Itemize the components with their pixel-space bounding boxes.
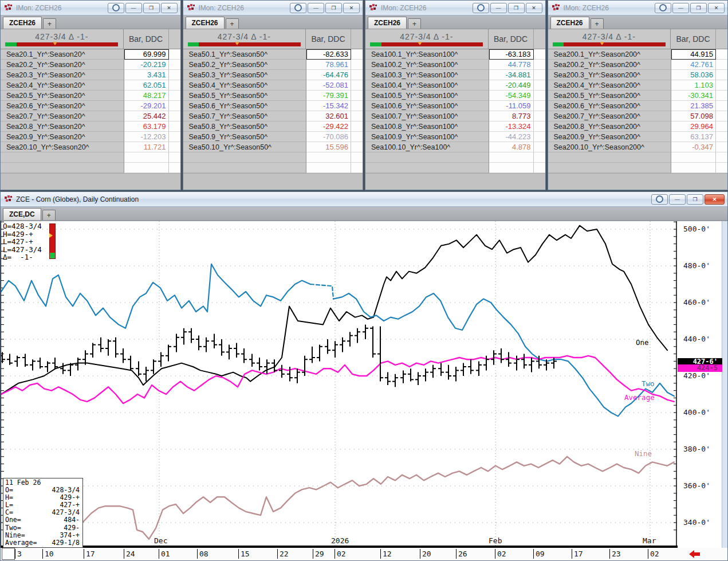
minimize-button[interactable]: — — [490, 3, 507, 13]
restore-button[interactable]: ❐ — [325, 3, 342, 13]
minimize-button[interactable]: — — [125, 3, 142, 13]
restore-button[interactable]: ❐ — [690, 3, 707, 13]
row-value[interactable]: -29.201 — [124, 101, 169, 111]
row-value[interactable]: 78.961 — [306, 60, 351, 70]
row-label: Sea200.4_Yr^:Season200^ — [548, 80, 672, 91]
add-tab-button[interactable]: + — [408, 18, 421, 29]
row-value[interactable]: -52.081 — [306, 80, 351, 91]
pin-button[interactable] — [655, 3, 671, 13]
row-value[interactable]: 11.721 — [124, 142, 169, 152]
row-value[interactable]: -34.881 — [489, 70, 534, 80]
tab-zceh26[interactable]: ZCEH26 — [3, 17, 42, 29]
pin-button[interactable] — [290, 3, 306, 13]
row-value[interactable]: -70.086 — [306, 132, 351, 142]
row-value[interactable]: 58.036 — [671, 70, 716, 80]
tab-zceh26[interactable]: ZCEH26 — [550, 17, 589, 29]
row-value[interactable]: 63.137 — [671, 132, 716, 142]
minimize-button[interactable]: — — [669, 194, 686, 205]
row-value[interactable]: 44.778 — [489, 60, 534, 70]
row-value[interactable]: 21.385 — [671, 101, 716, 111]
table-row: Sea100.7_Yr^:Season100^8.773 — [365, 111, 545, 121]
date-tick: 17 — [84, 549, 95, 559]
close-button[interactable]: ✕ — [343, 3, 360, 13]
panel-titlebar[interactable]: IMon: ZCEH26—❐✕ — [365, 1, 545, 15]
tab-zceh26[interactable]: ZCEH26 — [186, 17, 225, 29]
row-value[interactable]: 15.596 — [306, 142, 351, 152]
row-pad — [716, 163, 727, 173]
pin-button[interactable] — [108, 3, 124, 13]
close-button[interactable]: ✕ — [526, 3, 542, 13]
add-tab-button[interactable]: + — [42, 210, 56, 220]
row-value[interactable]: -12.203 — [124, 132, 169, 142]
pin-button[interactable] — [473, 3, 489, 13]
row-value[interactable]: -15.342 — [306, 101, 351, 111]
column-header-bar-ddc[interactable]: Bar, DDC — [124, 29, 169, 49]
column-header-bar-ddc[interactable]: Bar, DDC — [671, 29, 716, 49]
row-value[interactable]: 8.773 — [489, 111, 534, 121]
row-value[interactable]: 4.878 — [489, 142, 534, 152]
row-value[interactable]: -13.324 — [489, 121, 534, 132]
month-label: Dec — [154, 536, 167, 545]
row-value[interactable]: 29.964 — [671, 121, 716, 132]
table-row: Sea200.4_Yr^:Season200^1.103 — [548, 80, 728, 91]
vertical-scrollbar[interactable] — [722, 221, 727, 548]
row-value[interactable]: -30.341 — [671, 91, 716, 101]
pin-icon — [112, 4, 120, 11]
scroll-left-arrow-icon[interactable] — [689, 550, 701, 558]
chart-plot[interactable]: Dec2026FebMarOneTwoAverageNine O=428-3/4… — [1, 221, 678, 548]
restore-button[interactable]: ❐ — [508, 3, 525, 13]
restore-button[interactable]: ❐ — [687, 194, 703, 205]
row-value[interactable]: 48.217 — [124, 91, 169, 101]
row-value[interactable]: 69.999 — [124, 49, 169, 60]
pin-button[interactable] — [651, 194, 668, 205]
empty-row — [183, 163, 363, 173]
row-value[interactable]: -82.633 — [306, 49, 351, 60]
row-value[interactable]: 32.601 — [306, 111, 351, 121]
row-value[interactable]: 25.442 — [124, 111, 169, 121]
row-pad — [534, 121, 545, 132]
row-value[interactable]: -0.347 — [671, 142, 716, 152]
minimize-button[interactable]: — — [308, 3, 324, 13]
restore-button[interactable]: ❐ — [143, 3, 160, 13]
column-header-bar-ddc[interactable]: Bar, DDC — [306, 29, 351, 49]
row-value[interactable]: -11.059 — [489, 101, 534, 111]
add-tab-button[interactable]: + — [226, 18, 239, 29]
add-tab-button[interactable]: + — [591, 18, 604, 29]
row-value[interactable]: -79.391 — [306, 91, 351, 101]
table-row: Sea200.5_Yr^:Season200^-30.341 — [548, 91, 728, 101]
row-value[interactable]: -44.223 — [489, 132, 534, 142]
close-button[interactable]: ✕ — [705, 194, 725, 205]
row-value[interactable]: 44.915 — [671, 49, 716, 60]
row-value[interactable]: 1.103 — [671, 80, 716, 91]
row-value[interactable]: -54.349 — [489, 91, 534, 101]
panel-titlebar[interactable]: IMon: ZCEH26—❐✕ — [183, 1, 363, 15]
row-value[interactable]: 63.179 — [124, 121, 169, 132]
row-label: Sea200.3_Yr^:Season200^ — [548, 70, 672, 80]
row-value[interactable]: 3.431 — [124, 70, 169, 80]
row-value[interactable]: -64.476 — [306, 70, 351, 80]
row-value[interactable]: -63.183 — [489, 49, 534, 60]
table-row: Sea100.2_Yr^:Season100^44.778 — [365, 60, 545, 70]
row-value[interactable]: 42.761 — [671, 60, 716, 70]
row-pad — [534, 152, 545, 163]
close-button[interactable]: ✕ — [708, 3, 725, 13]
date-tick: 24 — [124, 549, 135, 559]
row-label: Sea100.6_Yr^:Season100^ — [365, 101, 489, 111]
row-value[interactable]: -29.422 — [306, 121, 351, 132]
price-delta-text: 427-3/4 Δ -1- — [400, 32, 453, 41]
row-value[interactable]: 57.098 — [671, 111, 716, 121]
row-value[interactable]: -20.219 — [124, 60, 169, 70]
x-axis-strip[interactable]: 31017240108152229021220260209172302 — [1, 548, 727, 560]
panel-titlebar[interactable]: IMon: ZCEH26—❐✕ — [548, 1, 728, 15]
add-tab-button[interactable]: + — [43, 18, 56, 29]
tab-zceh26[interactable]: ZCEH26 — [368, 17, 407, 29]
minimize-button[interactable]: — — [672, 3, 689, 13]
chart-titlebar[interactable]: ZCE - Corn (Globex), Daily Continuation … — [1, 192, 727, 207]
month-label: Mar — [643, 536, 656, 545]
panel-titlebar[interactable]: IMon: ZCEH26—❐✕ — [1, 1, 180, 15]
column-header-bar-ddc[interactable]: Bar, DDC — [489, 29, 534, 49]
close-button[interactable]: ✕ — [161, 3, 178, 13]
row-value[interactable]: 62.051 — [124, 80, 169, 91]
row-value[interactable]: -20.449 — [489, 80, 534, 91]
tab-zce-dc[interactable]: ZCE,DC — [3, 208, 41, 220]
